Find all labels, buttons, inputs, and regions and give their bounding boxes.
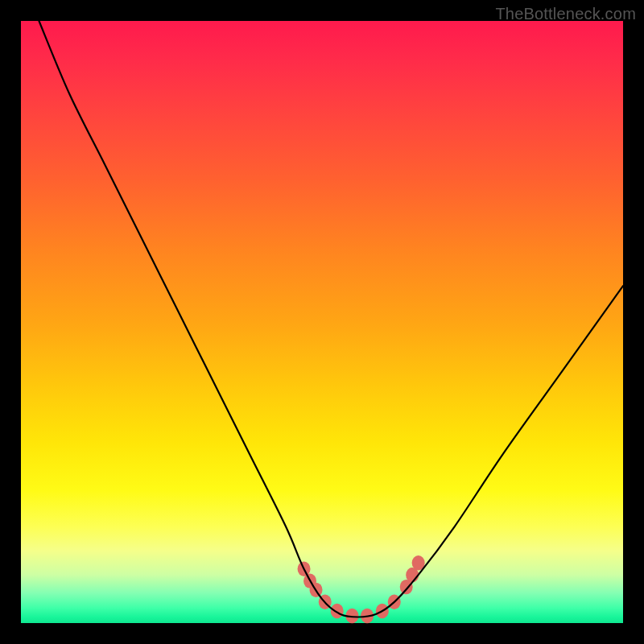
watermark-text: TheBottleneck.com xyxy=(495,5,636,23)
chart-svg xyxy=(21,21,623,623)
plot-area xyxy=(21,21,623,623)
marker-dot xyxy=(331,604,344,618)
bottleneck-line xyxy=(39,21,623,617)
chart-frame: TheBottleneck.com xyxy=(0,0,644,644)
